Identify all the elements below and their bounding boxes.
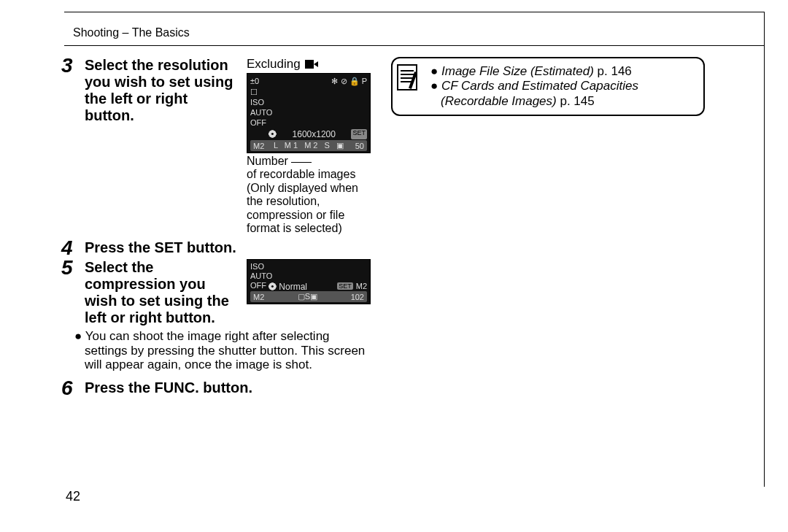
- step-5-title: Select the compression you wish to set u…: [85, 259, 233, 326]
- reference-note-box: ● Image File Size (Estimated) p. 146 ● C…: [391, 57, 705, 116]
- header-rule: [64, 45, 765, 46]
- lcd-res-icon: 🞉: [268, 129, 277, 139]
- left-column: 3 Select the resolution you wish to set …: [61, 57, 371, 399]
- lcd2-shots-remaining: 102: [351, 293, 364, 301]
- note-line-2: CF Cards and Estimated Capacities (Recor…: [441, 79, 638, 107]
- step-3: 3 Select the resolution you wish to set …: [61, 57, 371, 235]
- step-6: 6 Press the FUNC. button.: [61, 379, 371, 396]
- lcd-bar-left: M2: [253, 142, 264, 150]
- excluding-label: Excluding: [247, 57, 371, 72]
- step-5-bullet-text: You can shoot the image right after sele…: [85, 329, 365, 371]
- excluding-text: Excluding: [247, 57, 301, 72]
- lcd2-set-badge: SET: [337, 282, 353, 290]
- caption-rest: of recordable images (Only displayed whe…: [247, 168, 358, 234]
- lcd-ev: ±0: [250, 77, 259, 86]
- step-4: 4 Press the SET button.: [61, 239, 371, 256]
- step-number: 3: [61, 54, 73, 77]
- page-number: 42: [66, 489, 80, 504]
- lcd2-compression-options: ▢S▣: [298, 292, 317, 301]
- note-line-2-ref: p. 145: [557, 94, 595, 108]
- lcd-left-icons: ☐ ISO AUTO OFF: [250, 87, 272, 128]
- step-5: 5 Select the compression you wish to set…: [61, 259, 371, 326]
- lcd2-bar-left: M2: [253, 293, 264, 301]
- step-4-title: Press the SET button.: [85, 239, 371, 256]
- top-rule: [64, 12, 765, 12]
- page-header: Shooting – The Basics: [73, 26, 190, 39]
- lcd-screen-resolution: ±0 ✻ ⊘ 🔒 P ☐ ISO AUTO OFF 🞉 1600x1200 SE…: [247, 73, 371, 153]
- caption-leader-line: [291, 162, 312, 163]
- step-number: 5: [61, 256, 73, 280]
- lcd-resolution: 1600x1200: [293, 129, 336, 139]
- lcd-screen-compression: ISO AUTO OFF 🞉 Normal SET M2 M2: [247, 259, 371, 304]
- right-rule: [764, 12, 765, 487]
- note-line-1: Image File Size (Estimated): [441, 64, 594, 78]
- lcd-set-badge: SET: [351, 129, 367, 139]
- movie-icon: [305, 60, 318, 69]
- lcd2-compression-label: Normal: [279, 282, 307, 292]
- manual-page: Shooting – The Basics 3 Select the resol…: [0, 0, 788, 532]
- note-line-1-ref: p. 146: [594, 64, 632, 78]
- lcd-top-right-icons: ✻ ⊘ 🔒 P: [331, 77, 367, 86]
- step-3-title: Select the resolution you wish to set us…: [85, 57, 233, 124]
- lcd2-mid-icon: 🞉: [268, 282, 277, 292]
- lcd-caption: Number of recordable images (Only displa…: [247, 155, 369, 235]
- lcd-size-options: L M1 M2 S ▣: [274, 141, 346, 150]
- step-5-bullet: ● You can shoot the image right after se…: [61, 329, 371, 372]
- caption-number-word: Number: [247, 155, 288, 168]
- notepad-icon: [397, 64, 420, 93]
- step-number: 6: [61, 377, 73, 400]
- lcd-shots-remaining: 50: [355, 142, 364, 150]
- right-column: ● Image File Size (Estimated) p. 146 ● C…: [391, 57, 705, 116]
- step-6-title: Press the FUNC. button.: [85, 379, 371, 396]
- lcd2-size-badge: M2: [356, 282, 367, 290]
